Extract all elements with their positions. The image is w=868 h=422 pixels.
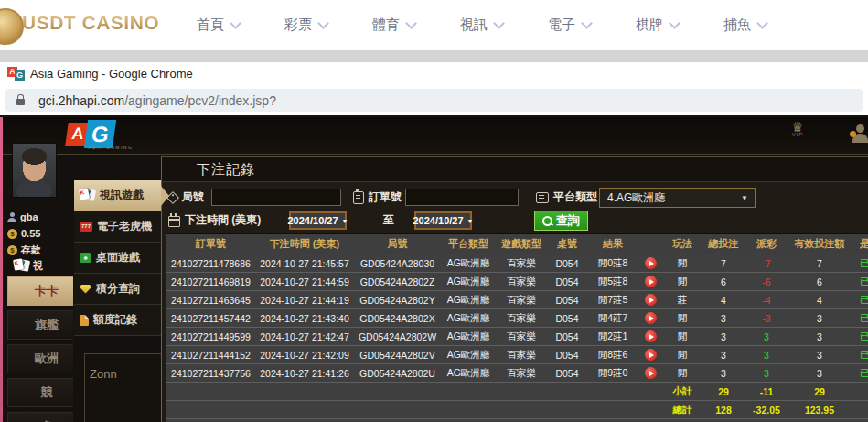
order-label: 訂單號 xyxy=(369,189,402,205)
lobby-background: gba $ 0.55 $ 存款 9 K 視 卡卡旗艦歐洲競多 xyxy=(3,139,73,422)
play-icon xyxy=(645,294,657,306)
deposit-button[interactable]: $ 存款 xyxy=(7,243,41,257)
play-icon xyxy=(645,257,657,269)
table-header-row: 訂單號下注時間 (美東)局號平台類型遊戲類型桌號結果玩法總投注派彩有效投注額是 xyxy=(166,234,868,254)
cell-settled: 已 xyxy=(851,312,868,325)
cell-settled: 已 xyxy=(851,330,868,343)
summary-label: 總計 xyxy=(662,404,702,417)
list-icon xyxy=(536,192,549,203)
replay-button[interactable] xyxy=(638,276,662,287)
table-row: 2410272114377562024-10-27 21:41:26GD0542… xyxy=(166,364,868,383)
summary-payout: -11 xyxy=(745,386,788,397)
round-input[interactable] xyxy=(211,189,341,206)
ag-favicon: A G xyxy=(7,67,26,81)
hall-button-歐洲[interactable]: 歐洲 xyxy=(7,344,73,373)
replay-button[interactable] xyxy=(638,257,662,269)
cell-total-bet: 3 xyxy=(702,331,745,342)
hall-button-競[interactable]: 競 xyxy=(7,378,73,407)
platform-label: 平台類型 xyxy=(553,189,597,205)
nav-item-視訊[interactable]: 視訊 xyxy=(460,16,503,34)
nav-item-彩票[interactable]: 彩票 xyxy=(284,16,327,34)
ag-logo-caption: ASIA GAMING xyxy=(88,145,133,150)
tab-視訊遊戲[interactable]: 9K視訊遊戲 xyxy=(74,180,161,211)
calendar-icon xyxy=(168,216,180,227)
date-from-value: 2024/10/27 xyxy=(288,215,338,226)
cell-bet-time: 2024-10-27 21:45:57 xyxy=(255,258,354,269)
hall-button-多[interactable]: 多 xyxy=(7,412,73,422)
cell-round: GD05424A2802X xyxy=(354,313,441,324)
nav-item-label: 首頁 xyxy=(197,16,224,34)
replay-button[interactable] xyxy=(638,294,662,306)
nav-item-棋牌[interactable]: 棋牌 xyxy=(636,16,679,34)
url-domain: gci.2hhapi.com xyxy=(38,93,124,108)
cell-game-type: 百家樂 xyxy=(496,276,547,288)
cell-settled: 已 xyxy=(851,367,868,380)
nav-item-電子[interactable]: 電子 xyxy=(548,16,591,34)
replay-button[interactable] xyxy=(638,330,662,342)
cell-bet-time: 2024-10-27 21:41:26 xyxy=(255,368,354,379)
search-button[interactable]: 查詢 xyxy=(534,211,588,231)
video-tab-label: 視 xyxy=(33,259,43,273)
replay-button[interactable] xyxy=(638,349,662,361)
ag-page: A G ASIA GAMING ♛ VIP gba $ 0.55 $ xyxy=(0,117,868,422)
window-separator xyxy=(0,50,868,63)
cell-total-bet: 6 xyxy=(702,276,745,287)
cell-bet-type: 閒 xyxy=(662,349,702,362)
cell-valid-bet: 3 xyxy=(788,368,851,379)
cell-bet-time: 2024-10-27 21:44:59 xyxy=(255,276,354,287)
cell-bet-type: 閒 xyxy=(662,312,702,325)
cell-bet-type: 閒 xyxy=(662,330,702,343)
cell-table-no: D054 xyxy=(547,331,587,342)
video-tab-row[interactable]: 9 K 視 xyxy=(14,259,43,273)
nav-item-label: 電子 xyxy=(548,16,575,34)
cell-valid-bet: 7 xyxy=(788,258,851,269)
nav-item-體育[interactable]: 體育 xyxy=(372,16,415,34)
summary-valid-bet: 123.95 xyxy=(788,405,851,416)
cell-game-type: 百家樂 xyxy=(496,330,547,343)
dropdown-arrow-icon: ▼ xyxy=(741,194,748,202)
cell-payout: -6 xyxy=(745,276,788,287)
cell-settled: 已 xyxy=(851,257,868,270)
nav-item-捕魚[interactable]: 捕魚 xyxy=(723,16,766,34)
tab-桌面遊戲[interactable]: ♠桌面遊戲 xyxy=(74,243,161,274)
window-title: Asia Gaming - Google Chrome xyxy=(30,67,193,81)
cell-settled: 已 xyxy=(851,349,868,362)
dropdown-arrow-icon: ▼ xyxy=(467,218,474,224)
tab-電子老虎機[interactable]: 777電子老虎機 xyxy=(74,211,161,243)
hall-button-旗艦[interactable]: 旗艦 xyxy=(7,310,73,340)
cards-icon: 9 K xyxy=(14,259,29,273)
balance-value: 0.55 xyxy=(21,228,40,239)
bet-time-label-row: 下注時間 (美東) xyxy=(168,212,261,228)
platform-label-row: 平台類型 xyxy=(536,189,597,205)
room-name: Zonn xyxy=(90,367,117,381)
screen: USDT CASINO 首頁彩票體育視訊電子棋牌捕魚 A G Asia Gami… xyxy=(0,0,868,422)
nav-item-首頁[interactable]: 首頁 xyxy=(197,16,240,34)
slot-machine-icon: 777 xyxy=(80,222,92,232)
username: gba xyxy=(20,211,38,222)
cell-platform: AG歐洲廳 xyxy=(441,276,496,288)
column-header: 下注時間 (美東) xyxy=(255,237,354,251)
replay-button[interactable] xyxy=(638,367,662,379)
cell-result: 閒0莊8 xyxy=(587,257,638,270)
chevron-down-icon xyxy=(756,17,768,29)
cell-total-bet: 3 xyxy=(702,313,745,324)
tab-額度記錄[interactable]: 額度記錄 xyxy=(74,305,161,336)
table-row: 2410272114698192024-10-27 21:44:59GD0542… xyxy=(166,273,868,291)
order-input[interactable] xyxy=(405,189,519,206)
account-icon[interactable] xyxy=(852,124,868,146)
search-button-label: 查詢 xyxy=(556,212,580,229)
url-field[interactable]: gci.2hhapi.com/agingame/pcv2/index.jsp? xyxy=(5,89,863,112)
column-header: 遊戲類型 xyxy=(496,237,547,251)
vip-button[interactable]: ♛ VIP xyxy=(784,121,811,137)
platform-select[interactable]: 4.AG歐洲廳 ▼ xyxy=(599,188,756,208)
cell-bet-time: 2024-10-27 21:44:19 xyxy=(255,295,354,306)
tab-積分查詢[interactable]: 積分查詢 xyxy=(74,274,161,305)
nav-item-label: 視訊 xyxy=(460,16,488,34)
hall-button-卡卡[interactable]: 卡卡 xyxy=(7,276,73,306)
replay-button[interactable] xyxy=(638,312,662,324)
date-to-select[interactable]: 2024/10/27▼ xyxy=(414,211,472,230)
search-icon xyxy=(542,216,552,226)
cell-settled: 已 xyxy=(851,276,868,288)
date-from-select[interactable]: 2024/10/27▼ xyxy=(289,211,347,230)
chevron-down-icon xyxy=(317,17,329,29)
